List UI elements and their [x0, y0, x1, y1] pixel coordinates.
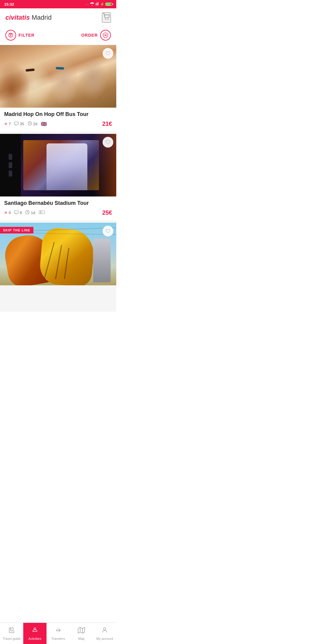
card-image-wrapper [0, 45, 116, 108]
card-title-2: Santiago Bernabéu Stadium Tour [4, 200, 112, 206]
star-icon-2: ✳ [4, 210, 7, 215]
status-bar: 15:32 ··· ⚡ [0, 0, 116, 8]
card-comments-2: 8 [14, 210, 22, 215]
wifi-icon [90, 2, 94, 6]
svg-point-3 [105, 19, 106, 20]
card-meta-1: ✳ 7 35 [4, 120, 112, 127]
dots-icon: ··· [86, 2, 89, 6]
star-icon: ✳ [4, 122, 7, 126]
card-content-2: Santiago Bernabéu Stadium Tour ✳ 9 8 [0, 196, 116, 220]
order-icon [100, 30, 111, 41]
favorite-button-2[interactable] [103, 137, 113, 148]
favorite-button-3[interactable] [103, 226, 113, 236]
card-price-2: 25€ [102, 209, 112, 216]
stars-value-2: 9 [9, 210, 11, 215]
svg-rect-1 [97, 3, 97, 5]
card-stars-1: ✳ 7 [4, 122, 11, 126]
card-duration-2: 1d [25, 210, 35, 215]
ticket-icon-2 [39, 210, 45, 216]
stars-value-1: 7 [9, 122, 11, 126]
logo-brand: civitatis [5, 14, 30, 21]
app-logo: civitatis Madrid [5, 14, 52, 21]
card-title-1: Madrid Hop On Hop Off Bus Tour [4, 111, 112, 117]
logo-city: Madrid [32, 14, 52, 21]
card-stars-2: ✳ 9 [4, 210, 11, 215]
comment-icon [14, 122, 18, 126]
status-time: 15:32 [4, 2, 14, 7]
order-button[interactable]: ORDER [81, 30, 111, 41]
comment-icon-2 [14, 210, 18, 215]
order-label: ORDER [81, 33, 98, 38]
card-flag-1: 🇬🇧 [41, 121, 47, 127]
activities-list: Madrid Hop On Hop Off Bus Tour ✳ 7 35 [0, 45, 116, 312]
card-image-wrapper-2: RONALDO [0, 134, 116, 196]
svg-rect-0 [96, 3, 96, 5]
clock-icon [28, 121, 32, 126]
card-duration-1: 2d [28, 121, 37, 126]
favorite-button-1[interactable] [103, 48, 113, 59]
duration-value-2: 1d [31, 210, 35, 215]
duration-value-1: 2d [33, 122, 37, 126]
comments-value-2: 8 [20, 210, 22, 215]
activity-card-3[interactable]: SKIP THE LINE [0, 223, 116, 285]
card-price-1: 21€ [102, 120, 112, 127]
sim-icon [95, 2, 99, 6]
activity-card-2[interactable]: RONALDO Santiago Bernabéu Stadium Tour [0, 134, 116, 220]
battery-icon [106, 3, 112, 6]
app-header: civitatis Madrid [0, 8, 116, 27]
cart-button[interactable] [102, 13, 111, 23]
comments-value-1: 35 [20, 122, 24, 126]
card-meta-left-2: ✳ 9 8 [4, 210, 45, 216]
card-meta-left-1: ✳ 7 35 [4, 121, 47, 127]
filter-label: FILTER [18, 33, 35, 38]
clock-icon-2 [25, 210, 30, 215]
bolt-icon: ⚡ [100, 2, 104, 6]
card-comments-1: 35 [14, 122, 24, 126]
filter-button[interactable]: FILTER [5, 30, 35, 41]
card-content-1: Madrid Hop On Hop Off Bus Tour ✳ 7 35 [0, 108, 116, 131]
svg-point-4 [108, 19, 109, 20]
filter-bar: FILTER ORDER [0, 27, 116, 45]
status-icons: ··· ⚡ [86, 2, 112, 6]
skip-the-line-badge: SKIP THE LINE [0, 227, 33, 233]
card-image-wrapper-3: SKIP THE LINE [0, 223, 116, 285]
filter-icon [5, 30, 16, 41]
card-meta-2: ✳ 9 8 [4, 209, 112, 216]
activity-card[interactable]: Madrid Hop On Hop Off Bus Tour ✳ 7 35 [0, 45, 116, 131]
svg-rect-2 [98, 2, 98, 5]
